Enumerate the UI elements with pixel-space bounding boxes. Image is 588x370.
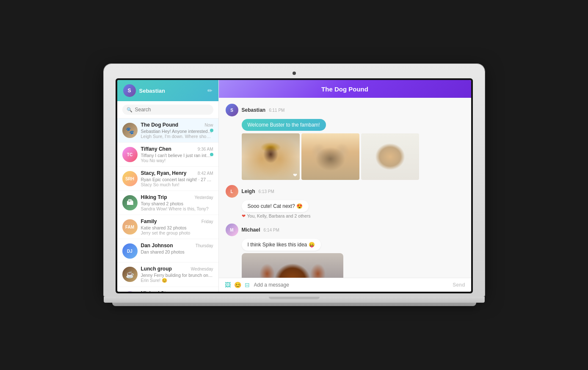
screen: S Sebastian ✏ 🔍 🐾 (117, 80, 471, 292)
conv-time: Thursday (196, 243, 213, 248)
conv-name: Dan Johnson (141, 243, 173, 249)
user-avatar: S (123, 84, 136, 97)
conv-preview-2: Stacy So much fun! (141, 182, 213, 187)
list-item[interactable]: DJ Dan Johnson Thursday Dan shared 20 ph… (117, 239, 218, 262)
photo-grid: ❤ (242, 133, 420, 180)
chat-main: The Dog Pound S Sebastian 6:11 PM Welcom… (219, 80, 471, 292)
conv-name: Lunch group (141, 266, 172, 272)
message-group: L Leigh 6:13 PM Sooo cute! Cat next? 😍 ❤… (226, 185, 464, 218)
msg-time: 6:11 PM (269, 108, 284, 113)
msg-time: 6:14 PM (264, 228, 279, 232)
conv-avatar: 🏔 (122, 195, 138, 210)
screen-bezel: S Sebastian ✏ 🔍 🐾 (116, 78, 473, 293)
conv-avatar: 🐾 (122, 123, 138, 138)
message-bubble: Sooo cute! Cat next? 😍 (242, 200, 309, 212)
msg-avatar: S (226, 104, 238, 116)
conv-preview-2: Erin Sure! 😊 (141, 278, 213, 283)
laptop-lid: S Sebastian ✏ 🔍 🐾 (104, 64, 485, 297)
conv-preview: Jenny Ferry building for brunch on Satur… (141, 273, 213, 278)
reaction-line: ❤ You, Kelly, Barbara and 2 others (242, 213, 464, 218)
laptop-bottom (112, 303, 476, 306)
conv-avatar: MS (122, 291, 138, 292)
message-group: M Michael 6:14 PM I think Spike likes th… (226, 224, 464, 278)
list-item[interactable]: 🏔 Hiking Trip Yesterday Tony shared 2 ph… (117, 191, 218, 215)
conv-name: Family (141, 218, 157, 224)
msg-time: 6:13 PM (259, 189, 274, 194)
sidebar-header: S Sebastian ✏ (117, 80, 218, 101)
list-item[interactable]: ☕ Lunch group Wednesday Jenny Ferry buil… (117, 262, 218, 287)
msg-sender: Michael (242, 227, 260, 233)
conv-preview: Katie shared 32 photos (141, 225, 213, 230)
conv-avatar: FAM (122, 219, 138, 235)
conv-name: Stacy, Ryan, Henry (141, 170, 187, 176)
photo-item: ❤ (242, 133, 300, 180)
conv-avatar: ☕ (122, 267, 138, 282)
message-bubble: I think Spike likes this idea 😛 (242, 239, 321, 251)
photo-item (361, 133, 419, 180)
sidebar-username: Sebastian (139, 88, 165, 94)
conv-preview: Dan shared 20 photos (141, 249, 213, 254)
chat-input-bar: 🖼 😊 ⊟ Send (219, 278, 471, 292)
list-item[interactable]: SRH Stacy, Ryan, Henry 8:42 AM Ryan Epic… (117, 167, 218, 191)
input-icons: 🖼 😊 ⊟ (225, 282, 250, 288)
image-icon[interactable]: 🖼 (225, 282, 231, 288)
conv-preview-2: You No way! (141, 158, 213, 163)
list-item[interactable]: FAM Family Friday Katie shared 32 photos… (117, 215, 218, 239)
unread-dot (210, 129, 213, 132)
conv-time: 9:36 AM (198, 147, 213, 152)
search-box: 🔍 (117, 101, 218, 119)
conv-preview: Tiffany I can't believe I just ran into.… (141, 153, 213, 158)
list-item[interactable]: MS Michael Stone Tuesday Michael shared … (117, 287, 218, 292)
sidebar: S Sebastian ✏ 🔍 🐾 (117, 80, 219, 292)
conv-preview-2: Jerry set the group photo (141, 230, 213, 235)
chat-title: The Dog Pound (321, 86, 368, 93)
photo-item (301, 133, 359, 180)
msg-avatar: L (226, 185, 238, 198)
conv-name: Hiking Trip (141, 194, 167, 200)
conv-preview-2: Leigh Sure, I'm down. Where should... (141, 134, 213, 139)
conv-time: Now (204, 123, 213, 127)
conv-name: The Dog Pound (141, 122, 179, 128)
laptop-wrapper: S Sebastian ✏ 🔍 🐾 (104, 64, 485, 306)
conv-preview: Ryan Epic concert last night! · 27 photo… (141, 177, 213, 182)
conv-name: Michael Stone (141, 290, 175, 292)
conversation-list: 🐾 The Dog Pound Now Sebastian Hey! Anyon… (117, 119, 218, 292)
camera-dot (293, 72, 296, 75)
msg-sender: Leigh (242, 188, 255, 194)
send-button[interactable]: Send (453, 282, 465, 288)
compose-icon[interactable]: ✏ (207, 87, 213, 94)
conv-time: 8:42 AM (198, 171, 213, 176)
unread-dot (210, 153, 213, 156)
conv-time: Friday (202, 219, 213, 224)
message-group: S Sebastian 6:11 PM Welcome Buster to th… (226, 104, 464, 180)
list-item[interactable]: TC Tiffany Chen 9:36 AM Tiffany I can't … (117, 143, 218, 167)
conv-preview: Sebastian Hey! Anyone interested in... (141, 129, 213, 134)
laptop-hinge (269, 297, 320, 299)
message-bubble: Welcome Buster to the fambam! (242, 119, 326, 131)
list-item[interactable]: 🐾 The Dog Pound Now Sebastian Hey! Anyon… (117, 119, 218, 143)
search-icon: 🔍 (127, 107, 133, 113)
conv-preview: Tony shared 2 photos (141, 201, 213, 206)
laptop-base (104, 297, 485, 303)
conv-name: Tiffany Chen (141, 146, 171, 152)
conv-time: Tuesday (197, 291, 213, 292)
reaction-text: You, Kelly, Barbara and 2 others (247, 213, 311, 218)
chat-messages: S Sebastian 6:11 PM Welcome Buster to th… (219, 98, 471, 278)
single-photo (242, 253, 343, 278)
attachment-icon[interactable]: ⊟ (245, 282, 250, 288)
conv-preview-2: Sandra Wow! Where is this, Tony? (141, 206, 213, 211)
conv-avatar: DJ (122, 243, 138, 259)
conv-time: Wednesday (191, 267, 213, 271)
message-input[interactable] (254, 282, 449, 288)
search-input[interactable] (135, 107, 209, 113)
msg-sender: Sebastian (242, 107, 266, 113)
conv-avatar: SRH (122, 171, 138, 186)
chat-header: The Dog Pound (219, 80, 471, 98)
conv-avatar: TC (122, 147, 138, 162)
emoji-icon[interactable]: 😊 (234, 282, 241, 288)
conv-time: Yesterday (194, 195, 213, 200)
msg-avatar: M (226, 224, 238, 236)
